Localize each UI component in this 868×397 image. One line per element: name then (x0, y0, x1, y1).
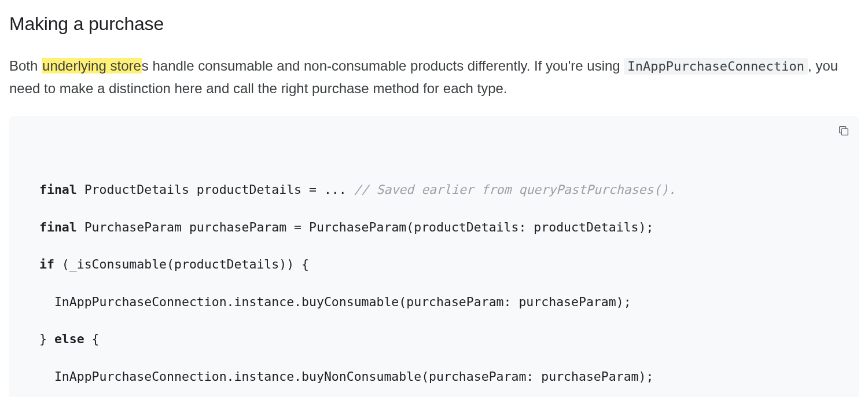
keyword: if (39, 257, 54, 271)
keyword: else (54, 332, 84, 346)
svg-rect-0 (841, 128, 848, 135)
code-text: InAppPurchaseConnection.instance.buyCons… (39, 295, 631, 309)
intro-text: Both (9, 58, 42, 73)
code-text: ProductDetails productDetails = ... (77, 182, 354, 197)
comment: // Saved earlier from queryPastPurchases… (354, 182, 676, 197)
keyword: final (39, 182, 77, 197)
code-line: if (_isConsumable(productDetails)) { (39, 255, 829, 274)
code-block: final ProductDetails productDetails = ..… (9, 116, 859, 397)
code-line: final ProductDetails productDetails = ..… (39, 181, 829, 199)
code-text: } (39, 332, 54, 346)
keyword: final (39, 220, 77, 234)
code-text: PurchaseParam purchaseParam = PurchasePa… (77, 220, 654, 234)
intro-text: s handle consumable and non-consumable p… (142, 58, 624, 73)
intro-paragraph: Both underlying stores handle consumable… (9, 55, 859, 100)
code-text: { (84, 332, 100, 346)
copy-icon (837, 124, 850, 137)
copy-button[interactable] (836, 123, 852, 139)
code-line: InAppPurchaseConnection.instance.buyNonC… (39, 367, 829, 386)
code-line: InAppPurchaseConnection.instance.buyCons… (39, 293, 829, 311)
highlighted-term: underlying store (42, 58, 142, 73)
code-line: } else { (39, 330, 829, 348)
code-line: final PurchaseParam purchaseParam = Purc… (39, 218, 829, 237)
code-text: InAppPurchaseConnection.instance.buyNonC… (39, 369, 653, 384)
code-text: (_isConsumable(productDetails)) { (54, 257, 309, 271)
inline-code: InAppPurchaseConnection (624, 58, 808, 75)
section-heading: Making a purchase (9, 9, 859, 39)
